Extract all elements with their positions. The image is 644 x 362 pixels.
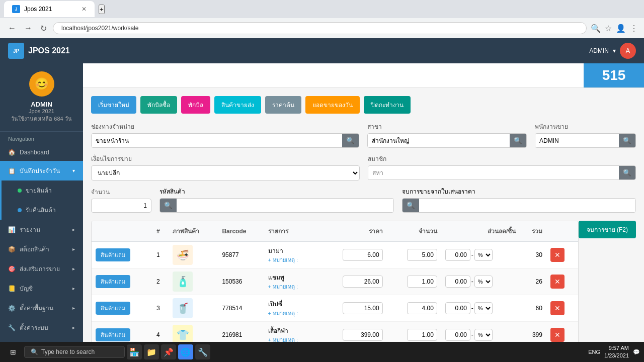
user-menu[interactable]: ADMIN ▾ A (589, 43, 636, 59)
sidebar-item-label: Dashboard (20, 149, 49, 156)
row-qty-input[interactable] (407, 276, 437, 288)
sidebar-item-sell[interactable]: ขายสินค้า (10, 180, 83, 200)
sidebar-item-settings[interactable]: ⚙️ ตั้งค่าพื้นฐาน ▸ (0, 298, 83, 318)
qty-label: จำนวน (91, 187, 151, 197)
sidebar-item-dashboard[interactable]: 🏠 Dashboard (0, 144, 83, 161)
sidebar-item-system[interactable]: 🔧 ตั้งค่าระบบ ▸ (0, 318, 83, 337)
system-icon: 🔧 (8, 324, 16, 331)
row-sell-button[interactable]: สินค้าแถม (96, 302, 130, 315)
sidebar-item-stock[interactable]: 📦 สต็อกสินค้า ▸ (0, 239, 83, 259)
invoice-label: เงื่อนไขการขาย (91, 154, 360, 163)
row-qty-input[interactable] (407, 302, 437, 314)
sidebar-item-promotion[interactable]: 🎯 ส่งเสริมการขาย ▸ (0, 259, 83, 279)
row-discount-input[interactable] (445, 302, 470, 314)
row-discount-input[interactable] (445, 276, 470, 288)
start-button[interactable]: ⊞ (4, 345, 22, 359)
row-discount-select[interactable]: %฿ (474, 276, 493, 288)
chevron-right-icon: ▸ (72, 266, 75, 272)
sidebar-item-label: บันทึกประจำวัน (20, 166, 60, 175)
close-shift-button[interactable]: ปิดกะทำงาน (364, 96, 411, 114)
forward-button[interactable]: → (22, 22, 34, 35)
row-price-input[interactable] (343, 329, 383, 341)
row-total: 30 (520, 241, 546, 268)
row-sell-button[interactable]: สินค้าแถม (96, 328, 130, 341)
taskbar-folder-icon[interactable]: 📁 (144, 344, 159, 359)
back-button[interactable]: ← (6, 22, 18, 35)
dashboard-icon: 🏠 (8, 149, 16, 156)
taskbar-store-icon[interactable]: 🏪 (127, 344, 142, 359)
row-qty-input[interactable] (407, 329, 437, 341)
sidebar-item-report[interactable]: 📊 รายงาน ▸ (0, 220, 83, 239)
barcode-search-button[interactable]: 🔍 (160, 199, 177, 212)
price-tag-button[interactable]: ราคาต้น (265, 96, 301, 114)
branch-search-button[interactable]: 🔍 (510, 134, 526, 147)
recall-button[interactable]: พักบิล (181, 96, 210, 114)
sidebar-item-account[interactable]: 📒 บัญชี ▸ (0, 279, 83, 298)
refresh-button[interactable]: ↻ (38, 22, 49, 35)
row-delete-button[interactable]: ✕ (550, 248, 565, 262)
row-price-input[interactable] (343, 302, 383, 314)
row-discount-select[interactable]: %฿ (474, 302, 493, 314)
menu-icon[interactable]: ⋮ (630, 24, 638, 33)
staff-input[interactable] (535, 134, 619, 147)
taskbar-chrome-icon[interactable]: 🌐 (178, 344, 193, 359)
row-sell-button[interactable]: สินค้าแถม (96, 248, 130, 261)
qty-input[interactable] (91, 199, 151, 213)
product-image: 🍜 (173, 245, 193, 265)
tab-title: Jpos 2021 (24, 6, 52, 13)
taskbar-notification-icon[interactable]: 💬 (633, 349, 640, 355)
col-action (92, 221, 152, 241)
hold-sale-button[interactable]: พักบิลซื้อ (140, 96, 177, 114)
row-price-input[interactable] (343, 249, 383, 261)
search-icon[interactable]: 🔍 (591, 24, 601, 33)
new-sale-button[interactable]: เริ่มขายใหม่ (91, 96, 136, 114)
sidebar-item-daily-sale[interactable]: 📋 บันทึกประจำวัน ▾ (0, 161, 83, 180)
daily-report-button[interactable]: ยอดขายของวัน (305, 96, 360, 114)
row-total: 60 (520, 295, 546, 322)
row-delete-button[interactable]: ✕ (550, 328, 565, 342)
row-discount-input[interactable] (445, 329, 470, 341)
taskbar-lang: ENG (588, 349, 600, 355)
taskbar-search[interactable]: 🔍 Type here to search (24, 346, 125, 358)
sale-search-input[interactable] (419, 199, 636, 212)
row-delete-button[interactable]: ✕ (550, 301, 565, 315)
profile-icon[interactable]: 👤 (616, 24, 626, 33)
taskbar-app-icon[interactable]: 🔧 (195, 344, 210, 359)
cancel-product-button[interactable]: สินค้าขายส่ง (214, 96, 261, 114)
new-tab-button[interactable]: + (99, 5, 105, 14)
channel-input[interactable] (92, 134, 342, 147)
address-bar[interactable] (53, 22, 587, 34)
row-discount-input[interactable] (445, 249, 470, 261)
row-delete-button[interactable]: ✕ (550, 275, 565, 289)
col-name: รายการ (264, 221, 318, 241)
channel-search-button[interactable]: 🔍 (342, 134, 359, 147)
submit-sale-button[interactable]: จบการขาย (F2) (579, 221, 636, 238)
sidebar-item-label: ตั้งค่าพื้นฐาน (20, 303, 53, 313)
member-input[interactable] (368, 166, 619, 179)
row-note-link[interactable]: + หมายเหตุ : (268, 257, 298, 263)
sidebar-item-return[interactable]: รับคืนสินค้า (10, 200, 83, 220)
barcode-input[interactable] (177, 199, 393, 212)
bookmark-icon[interactable]: ☆ (605, 24, 612, 33)
member-search-button[interactable]: 🔍 (619, 166, 635, 179)
row-sell-button[interactable]: สินค้าแถม (96, 275, 130, 288)
row-note-link[interactable]: + หมายเหตุ : (268, 310, 298, 316)
action-buttons: เริ่มขายใหม่ พักบิลซื้อ พักบิล สินค้าขาย… (91, 96, 636, 114)
sidebar-days: วันใช้งานคงเหลือ 684 วัน (8, 114, 75, 123)
col-discount: ส่วนลด/ชิ้น (441, 221, 520, 241)
row-barcode: 150536 (218, 268, 264, 295)
taskbar-sticky-icon[interactable]: 📌 (161, 344, 176, 359)
branch-input[interactable] (368, 134, 510, 147)
user-dropdown-arrow: ▾ (613, 47, 616, 54)
row-discount-select[interactable]: %฿ (474, 249, 493, 261)
row-price-input[interactable] (343, 276, 383, 288)
header-badge: 515 (584, 63, 644, 87)
row-note-link[interactable]: + หมายเหตุ : (268, 284, 298, 290)
close-tab-button[interactable]: ✕ (82, 6, 87, 13)
invoice-select[interactable]: นายปลีก (91, 165, 360, 180)
staff-search-button[interactable]: 🔍 (619, 134, 635, 147)
row-qty-input[interactable] (407, 249, 437, 261)
row-discount-select[interactable]: %฿ (474, 329, 493, 341)
search-icon: 🔍 (31, 348, 38, 355)
sale-search-button[interactable]: 🔍 (403, 199, 419, 212)
